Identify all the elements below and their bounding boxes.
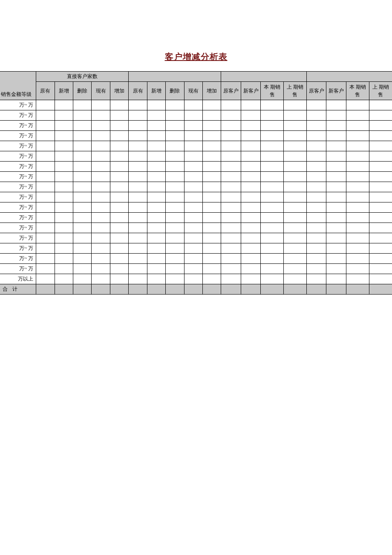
cell	[261, 151, 284, 162]
cell	[147, 131, 165, 141]
cell	[92, 264, 110, 274]
cell	[241, 131, 261, 141]
cell	[129, 172, 147, 182]
cell	[73, 243, 92, 254]
cell	[241, 121, 261, 131]
cell	[326, 162, 346, 172]
page-title: 客户增减分析表	[0, 51, 392, 63]
cell	[166, 151, 184, 162]
cell	[55, 100, 73, 110]
row-label: 万~ 万	[0, 100, 36, 110]
cell	[241, 141, 261, 151]
cell	[369, 264, 392, 274]
cell	[110, 121, 128, 131]
cell	[221, 233, 241, 243]
header-sub: 新客户	[326, 82, 346, 100]
cell	[284, 151, 307, 162]
cell	[166, 223, 184, 233]
cell	[346, 192, 369, 202]
cell	[284, 223, 307, 233]
header-sub: 新客户	[241, 82, 261, 100]
cell	[129, 254, 147, 264]
cell	[129, 131, 147, 141]
cell	[36, 121, 55, 131]
cell	[55, 202, 73, 213]
cell	[55, 162, 73, 172]
cell	[346, 100, 369, 110]
analysis-table: 销售金额等级 直接客户家数 原有 新增 删除 现有 增加 原有 新增 删除 现有…	[0, 71, 392, 295]
cell	[166, 254, 184, 264]
cell	[166, 172, 184, 182]
cell	[346, 223, 369, 233]
header-sub: 新增	[147, 82, 165, 100]
cell	[346, 243, 369, 254]
cell	[129, 264, 147, 274]
row-label: 万~ 万	[0, 213, 36, 223]
cell	[184, 162, 202, 172]
header-sub: 现有	[92, 82, 110, 100]
cell	[306, 100, 326, 110]
cell	[241, 172, 261, 182]
cell	[241, 110, 261, 121]
cell	[284, 131, 307, 141]
cell	[241, 223, 261, 233]
row-label: 万~ 万	[0, 182, 36, 192]
row-label: 万~ 万	[0, 162, 36, 172]
cell	[184, 131, 202, 141]
cell	[166, 264, 184, 274]
cell	[166, 192, 184, 202]
cell	[110, 172, 128, 182]
cell	[221, 131, 241, 141]
cell	[129, 151, 147, 162]
cell	[147, 121, 165, 131]
cell	[73, 151, 92, 162]
cell	[346, 274, 369, 284]
cell	[241, 254, 261, 264]
cell	[326, 110, 346, 121]
cell	[147, 162, 165, 172]
cell	[73, 100, 92, 110]
cell	[73, 131, 92, 141]
cell	[369, 172, 392, 182]
cell	[202, 192, 221, 202]
cell	[55, 121, 73, 131]
cell	[202, 110, 221, 121]
cell	[326, 151, 346, 162]
header-sub: 上 期销 售	[284, 82, 307, 100]
cell	[284, 274, 307, 284]
cell	[110, 233, 128, 243]
cell	[92, 213, 110, 223]
cell	[306, 192, 326, 202]
cell	[241, 202, 261, 213]
cell	[92, 172, 110, 182]
cell	[261, 110, 284, 121]
cell	[129, 110, 147, 121]
cell	[369, 223, 392, 233]
cell	[306, 121, 326, 131]
cell	[147, 274, 165, 284]
cell	[36, 213, 55, 223]
cell	[306, 162, 326, 172]
cell	[110, 202, 128, 213]
cell	[346, 151, 369, 162]
cell	[55, 192, 73, 202]
cell	[369, 121, 392, 131]
total-row: 合 计	[0, 284, 392, 295]
row-label: 万~ 万	[0, 151, 36, 162]
cell	[261, 131, 284, 141]
row-label: 万~ 万	[0, 192, 36, 202]
table-row: 万~ 万	[0, 162, 392, 172]
cell	[261, 162, 284, 172]
cell	[73, 110, 92, 121]
cell	[369, 151, 392, 162]
cell	[92, 223, 110, 233]
cell	[326, 254, 346, 264]
cell	[184, 121, 202, 131]
cell	[184, 110, 202, 121]
cell	[221, 254, 241, 264]
cell	[36, 141, 55, 151]
row-label: 万~ 万	[0, 202, 36, 213]
cell	[326, 223, 346, 233]
cell	[326, 274, 346, 284]
cell	[92, 254, 110, 264]
